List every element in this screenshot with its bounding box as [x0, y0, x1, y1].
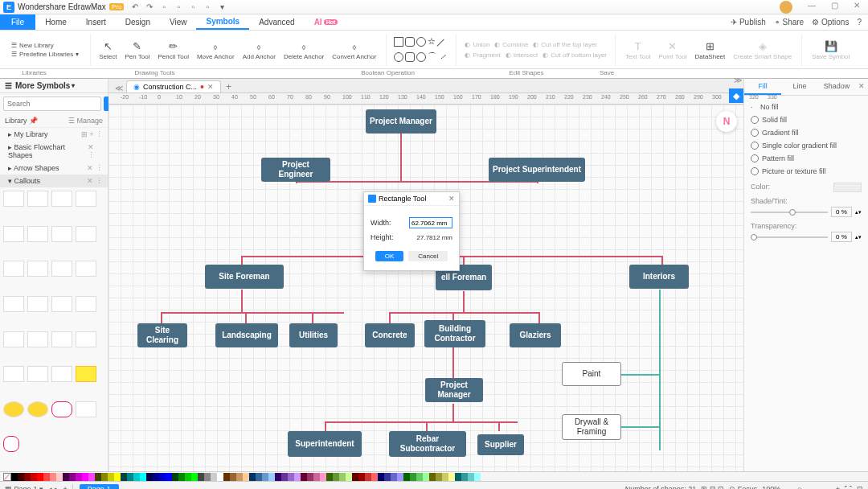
callout-shape[interactable] — [51, 191, 72, 207]
color-swatch[interactable] — [313, 473, 320, 481]
callout-shape[interactable] — [76, 226, 96, 242]
node-project-superintendent[interactable]: Project Superintendent — [489, 158, 585, 182]
callout-shape[interactable] — [76, 401, 96, 417]
color-swatch[interactable] — [442, 473, 448, 481]
callout-shape[interactable] — [76, 296, 96, 312]
color-swatch[interactable] — [423, 473, 429, 481]
callout-shape[interactable] — [27, 401, 48, 417]
node-rebar[interactable]: Rebar Subcontractor — [389, 431, 466, 457]
color-swatch[interactable] — [63, 473, 69, 481]
color-swatch[interactable] — [429, 473, 436, 481]
node-landscaping[interactable]: Landscaping — [215, 323, 278, 347]
qat-icon[interactable]: ▫ — [159, 2, 169, 12]
delete-anchor-tool[interactable]: ⬨Delete Anchor — [280, 38, 327, 61]
shape-icon[interactable] — [405, 52, 415, 62]
tab-line[interactable]: Line — [781, 79, 818, 95]
callout-shape[interactable] — [3, 401, 24, 417]
focus-button[interactable]: ⊙ Focus — [729, 485, 757, 490]
help-icon[interactable]: ? — [857, 18, 862, 27]
color-swatch[interactable] — [448, 473, 455, 481]
color-swatch[interactable] — [69, 473, 76, 481]
color-swatch[interactable] — [249, 473, 256, 481]
color-swatch[interactable] — [461, 473, 468, 481]
maximize-button[interactable]: ▢ — [826, 1, 842, 14]
node-supplier[interactable]: Supplier — [477, 434, 524, 455]
color-swatch[interactable] — [204, 473, 211, 481]
zoom-out-button[interactable]: — — [785, 485, 792, 490]
menu-view[interactable]: View — [160, 14, 197, 30]
color-swatch[interactable] — [307, 473, 313, 481]
color-swatch[interactable] — [403, 473, 410, 481]
color-swatch[interactable] — [191, 473, 198, 481]
node-project-engineer[interactable]: Project Engineer — [261, 158, 330, 182]
color-palette[interactable]: ／ — [0, 471, 868, 481]
callout-shape[interactable] — [51, 226, 72, 242]
qat-icon[interactable]: ▫ — [188, 2, 198, 12]
color-swatch[interactable] — [95, 473, 101, 481]
publish-button[interactable]: ✈ Publish — [731, 18, 766, 27]
pen-tool[interactable]: ✎Pen Tool — [121, 38, 153, 61]
shape-icon[interactable] — [416, 52, 426, 62]
user-avatar[interactable] — [780, 1, 792, 14]
arc-icon[interactable]: ⌒ — [428, 52, 437, 62]
color-swatch[interactable] — [101, 473, 108, 481]
move-anchor-tool[interactable]: ⬨Move Anchor — [194, 38, 238, 61]
color-swatch[interactable] — [24, 473, 31, 481]
callout-shape[interactable] — [27, 331, 48, 347]
gradient-fill-radio[interactable] — [751, 129, 759, 137]
line-icon[interactable] — [437, 39, 451, 53]
color-swatch[interactable] — [320, 473, 326, 481]
callout-shape[interactable] — [3, 331, 24, 347]
color-swatch[interactable] — [88, 473, 95, 481]
sidebar-item-arrows[interactable]: ▸ Arrow Shapes✕ ⋮ — [0, 162, 108, 175]
qat-dropdown-icon[interactable]: ▾ — [217, 2, 227, 12]
page-selector[interactable]: ▦ Page-1 ▾ — [5, 485, 43, 490]
page-tab[interactable]: Page-1 — [80, 484, 119, 490]
callout-shape[interactable] — [27, 191, 48, 207]
color-swatch[interactable] — [294, 473, 301, 481]
color-swatch[interactable] — [11, 473, 18, 481]
close-tab-icon[interactable]: ✕ — [207, 83, 214, 91]
sidebar-item-callouts[interactable]: ▾ Callouts✕ ⋮ — [0, 175, 108, 187]
node-project-manager-2[interactable]: Project Manager — [425, 378, 483, 402]
color-swatch[interactable] — [378, 473, 384, 481]
shape-picker[interactable]: ☆ ⌒⟋ — [393, 36, 449, 63]
callout-shape[interactable] — [3, 366, 24, 382]
new-library-button[interactable]: ☰New Library — [10, 41, 55, 50]
node-glaziers[interactable]: Glaziers — [510, 323, 561, 347]
pattern-fill-radio[interactable] — [751, 154, 759, 162]
color-swatch[interactable] — [230, 473, 236, 481]
color-swatch[interactable] — [365, 473, 371, 481]
rounded-rect-icon[interactable] — [405, 37, 415, 47]
sidebar-item-mylibrary[interactable]: ▸ My Library⊞ + ⋮ — [0, 128, 108, 141]
color-swatch[interactable] — [288, 473, 294, 481]
ok-button[interactable]: OK — [375, 251, 404, 261]
share-button[interactable]: ⚬ Share — [774, 18, 804, 27]
single-gradient-radio[interactable] — [751, 142, 759, 150]
callout-shape[interactable] — [27, 366, 48, 382]
picture-fill-radio[interactable] — [751, 167, 759, 175]
tab-fill[interactable]: Fill — [744, 79, 781, 95]
color-swatch[interactable] — [43, 473, 50, 481]
zoom-slider[interactable]: ○———— — [797, 485, 830, 490]
menu-design[interactable]: Design — [116, 14, 160, 30]
undo-icon[interactable]: ↶ — [130, 2, 140, 12]
convert-anchor-tool[interactable]: ⬨Convert Anchor — [329, 38, 379, 61]
callout-shape[interactable] — [76, 261, 96, 277]
callout-shape[interactable] — [3, 191, 24, 207]
fill-tool-icon[interactable]: ◆ — [729, 88, 743, 103]
color-swatch[interactable] — [455, 473, 461, 481]
color-swatch[interactable] — [217, 473, 223, 481]
color-swatch[interactable] — [198, 473, 204, 481]
color-swatch[interactable] — [346, 473, 352, 481]
callout-shape[interactable] — [76, 331, 96, 347]
fit-page-button[interactable]: ⛶ — [845, 485, 852, 490]
canvas[interactable]: Project Manager Project Engineer Project… — [108, 105, 743, 471]
color-swatch[interactable] — [268, 473, 275, 481]
zoom-in-button[interactable]: + — [836, 485, 840, 490]
node-paint[interactable]: Paint — [562, 362, 621, 386]
color-swatch[interactable] — [333, 473, 339, 481]
fullscreen-button[interactable]: ⊡ — [857, 485, 863, 490]
color-swatch[interactable] — [468, 473, 474, 481]
node-concrete[interactable]: Concrete — [365, 323, 415, 347]
